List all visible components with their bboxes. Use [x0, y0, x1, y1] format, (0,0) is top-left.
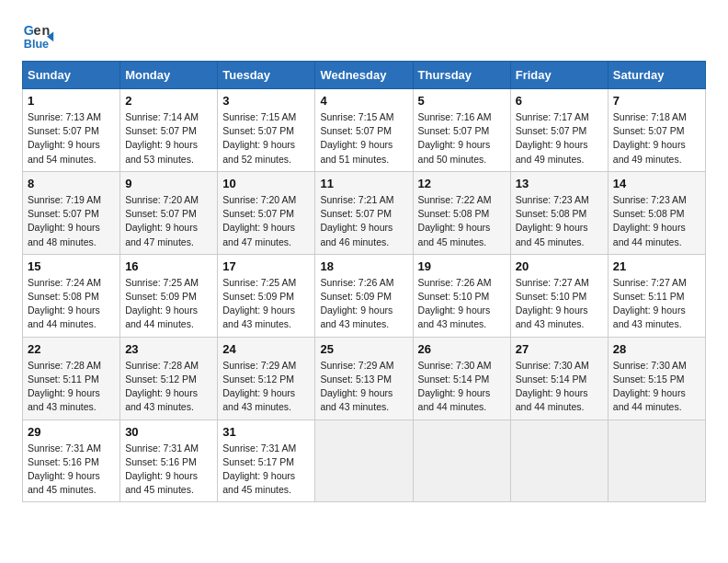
day-info: Sunrise: 7:15 AMSunset: 5:07 PMDaylight:…: [222, 110, 310, 167]
day-number: 19: [418, 259, 506, 273]
calendar-day-cell: [315, 419, 413, 502]
calendar-day-cell: 13Sunrise: 7:23 AMSunset: 5:08 PMDayligh…: [510, 171, 608, 254]
day-info: Sunrise: 7:29 AMSunset: 5:12 PMDaylight:…: [222, 359, 310, 415]
weekday-header: Thursday: [413, 62, 510, 89]
calendar-day-cell: 15Sunrise: 7:24 AMSunset: 5:08 PMDayligh…: [23, 254, 120, 337]
day-info: Sunrise: 7:18 AMSunset: 5:07 PMDaylight:…: [613, 110, 700, 167]
calendar-day-cell: 31Sunrise: 7:31 AMSunset: 5:17 PMDayligh…: [218, 419, 315, 502]
day-number: 30: [125, 425, 212, 439]
day-info: Sunrise: 7:28 AMSunset: 5:11 PMDaylight:…: [28, 359, 115, 415]
day-info: Sunrise: 7:30 AMSunset: 5:14 PMDaylight:…: [516, 359, 603, 415]
calendar-day-cell: 8Sunrise: 7:19 AMSunset: 5:07 PMDaylight…: [23, 171, 120, 254]
calendar-day-cell: 25Sunrise: 7:29 AMSunset: 5:13 PMDayligh…: [315, 337, 413, 419]
calendar-day-cell: 7Sunrise: 7:18 AMSunset: 5:07 PMDaylight…: [608, 89, 705, 172]
day-info: Sunrise: 7:24 AMSunset: 5:08 PMDaylight:…: [28, 276, 115, 332]
day-number: 17: [222, 259, 310, 273]
calendar-day-cell: [413, 419, 510, 502]
day-number: 1: [28, 94, 115, 108]
day-info: Sunrise: 7:17 AMSunset: 5:07 PMDaylight:…: [516, 110, 603, 167]
calendar-day-cell: 24Sunrise: 7:29 AMSunset: 5:12 PMDayligh…: [218, 337, 315, 419]
day-number: 15: [28, 259, 115, 273]
calendar-day-cell: 19Sunrise: 7:26 AMSunset: 5:10 PMDayligh…: [413, 254, 510, 337]
calendar-day-cell: 1Sunrise: 7:13 AMSunset: 5:07 PMDaylight…: [23, 89, 120, 172]
calendar-day-cell: [510, 419, 608, 502]
calendar-day-cell: 16Sunrise: 7:25 AMSunset: 5:09 PMDayligh…: [120, 254, 218, 337]
day-info: Sunrise: 7:25 AMSunset: 5:09 PMDaylight:…: [222, 276, 310, 332]
day-number: 4: [320, 94, 407, 108]
calendar-day-cell: 29Sunrise: 7:31 AMSunset: 5:16 PMDayligh…: [23, 419, 120, 502]
day-number: 23: [125, 342, 212, 356]
logo: G e n Blue: [22, 18, 61, 52]
day-info: Sunrise: 7:13 AMSunset: 5:07 PMDaylight:…: [28, 110, 115, 167]
page-header: G e n Blue: [22, 18, 706, 52]
svg-text:e: e: [34, 23, 41, 38]
svg-text:Blue: Blue: [24, 38, 49, 51]
day-info: Sunrise: 7:29 AMSunset: 5:13 PMDaylight:…: [320, 359, 407, 415]
day-number: 3: [222, 94, 310, 108]
day-number: 27: [516, 342, 603, 356]
day-number: 31: [222, 425, 310, 439]
day-number: 16: [125, 259, 212, 273]
day-number: 26: [418, 342, 506, 356]
logo-icon: G e n Blue: [22, 18, 55, 52]
day-number: 29: [28, 425, 115, 439]
day-info: Sunrise: 7:31 AMSunset: 5:16 PMDaylight:…: [125, 442, 212, 498]
weekday-header: Friday: [510, 62, 608, 89]
calendar-day-cell: 22Sunrise: 7:28 AMSunset: 5:11 PMDayligh…: [23, 337, 120, 419]
day-number: 25: [320, 342, 407, 356]
calendar-day-cell: 12Sunrise: 7:22 AMSunset: 5:08 PMDayligh…: [413, 171, 510, 254]
calendar-week-row: 8Sunrise: 7:19 AMSunset: 5:07 PMDaylight…: [23, 171, 706, 254]
day-info: Sunrise: 7:21 AMSunset: 5:07 PMDaylight:…: [320, 193, 407, 249]
day-number: 12: [418, 177, 506, 190]
day-number: 7: [613, 94, 700, 108]
calendar-week-row: 22Sunrise: 7:28 AMSunset: 5:11 PMDayligh…: [23, 337, 706, 419]
calendar-day-cell: 2Sunrise: 7:14 AMSunset: 5:07 PMDaylight…: [120, 89, 218, 172]
day-info: Sunrise: 7:19 AMSunset: 5:07 PMDaylight:…: [28, 193, 115, 249]
day-info: Sunrise: 7:31 AMSunset: 5:16 PMDaylight:…: [28, 442, 115, 498]
day-info: Sunrise: 7:15 AMSunset: 5:07 PMDaylight:…: [320, 110, 407, 167]
day-info: Sunrise: 7:23 AMSunset: 5:08 PMDaylight:…: [613, 193, 700, 249]
weekday-header: Monday: [120, 62, 218, 89]
day-number: 8: [28, 177, 115, 190]
calendar-day-cell: 14Sunrise: 7:23 AMSunset: 5:08 PMDayligh…: [608, 171, 705, 254]
calendar-header: SundayMondayTuesdayWednesdayThursdayFrid…: [23, 62, 706, 89]
day-number: 18: [320, 259, 407, 273]
weekday-header: Sunday: [23, 62, 120, 89]
calendar-day-cell: 3Sunrise: 7:15 AMSunset: 5:07 PMDaylight…: [218, 89, 315, 172]
day-number: 21: [613, 259, 700, 273]
day-info: Sunrise: 7:27 AMSunset: 5:10 PMDaylight:…: [516, 276, 603, 332]
day-number: 20: [516, 259, 603, 273]
day-info: Sunrise: 7:20 AMSunset: 5:07 PMDaylight:…: [125, 193, 212, 249]
calendar-day-cell: [608, 419, 705, 502]
day-number: 11: [320, 177, 407, 190]
calendar-day-cell: 10Sunrise: 7:20 AMSunset: 5:07 PMDayligh…: [218, 171, 315, 254]
calendar-body: 1Sunrise: 7:13 AMSunset: 5:07 PMDaylight…: [23, 89, 706, 502]
calendar-week-row: 1Sunrise: 7:13 AMSunset: 5:07 PMDaylight…: [23, 89, 706, 172]
calendar-table: SundayMondayTuesdayWednesdayThursdayFrid…: [22, 61, 706, 502]
calendar-week-row: 29Sunrise: 7:31 AMSunset: 5:16 PMDayligh…: [23, 419, 706, 502]
calendar-day-cell: 27Sunrise: 7:30 AMSunset: 5:14 PMDayligh…: [510, 337, 608, 419]
calendar-day-cell: 11Sunrise: 7:21 AMSunset: 5:07 PMDayligh…: [315, 171, 413, 254]
day-info: Sunrise: 7:25 AMSunset: 5:09 PMDaylight:…: [125, 276, 212, 332]
day-number: 10: [222, 177, 310, 190]
day-number: 28: [613, 342, 700, 356]
weekday-header: Saturday: [608, 62, 705, 89]
calendar-day-cell: 26Sunrise: 7:30 AMSunset: 5:14 PMDayligh…: [413, 337, 510, 419]
calendar-day-cell: 5Sunrise: 7:16 AMSunset: 5:07 PMDaylight…: [413, 89, 510, 172]
calendar-week-row: 15Sunrise: 7:24 AMSunset: 5:08 PMDayligh…: [23, 254, 706, 337]
day-number: 9: [125, 177, 212, 190]
svg-text:G: G: [24, 23, 34, 38]
day-info: Sunrise: 7:16 AMSunset: 5:07 PMDaylight:…: [418, 110, 506, 167]
day-number: 14: [613, 177, 700, 190]
calendar-day-cell: 30Sunrise: 7:31 AMSunset: 5:16 PMDayligh…: [120, 419, 218, 502]
calendar-day-cell: 23Sunrise: 7:28 AMSunset: 5:12 PMDayligh…: [120, 337, 218, 419]
day-info: Sunrise: 7:26 AMSunset: 5:10 PMDaylight:…: [418, 276, 506, 332]
calendar-day-cell: 4Sunrise: 7:15 AMSunset: 5:07 PMDaylight…: [315, 89, 413, 172]
day-info: Sunrise: 7:14 AMSunset: 5:07 PMDaylight:…: [125, 110, 212, 167]
day-number: 22: [28, 342, 115, 356]
day-number: 6: [516, 94, 603, 108]
day-info: Sunrise: 7:26 AMSunset: 5:09 PMDaylight:…: [320, 276, 407, 332]
day-info: Sunrise: 7:30 AMSunset: 5:14 PMDaylight:…: [418, 359, 506, 415]
day-number: 5: [418, 94, 506, 108]
weekday-header: Wednesday: [315, 62, 413, 89]
